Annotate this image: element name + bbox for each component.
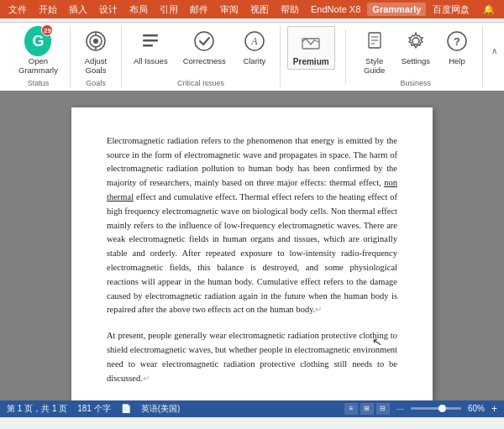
- help-label: Help: [449, 56, 465, 65]
- premium-button[interactable]: Premium: [287, 26, 335, 70]
- menu-layout[interactable]: 布局: [124, 2, 153, 18]
- menu-references[interactable]: 引用: [155, 2, 183, 18]
- status-bar: 第 1 页，共 1 页 181 个字 📄 英语(美国) ≡ ⊞ ⊟ — 60% …: [0, 400, 504, 417]
- ribbon-content: G 29 OpenGrammarly Status: [0, 22, 504, 91]
- settings-button[interactable]: Settings: [396, 26, 435, 67]
- svg-point-2: [93, 39, 98, 44]
- svg-point-8: [195, 32, 213, 50]
- word-count: 181 个字: [77, 403, 110, 415]
- ribbon-group-business: StyleGuide Settings: [349, 26, 483, 87]
- svg-text:?: ?: [454, 35, 460, 48]
- adjust-goals-button[interactable]: AdjustGoals: [77, 26, 114, 77]
- ribbon-group-premium: Premium: [281, 26, 342, 87]
- premium-label: Premium: [293, 57, 329, 67]
- paragraph-2: At present, people generally wear electr…: [107, 329, 397, 385]
- style-guide-icon: [361, 28, 388, 55]
- svg-rect-6: [143, 39, 158, 42]
- menu-review[interactable]: 审阅: [215, 2, 244, 18]
- help-button[interactable]: ? Help: [438, 26, 475, 67]
- help-icon: ?: [444, 28, 470, 55]
- all-issues-label: All Issues: [134, 56, 168, 65]
- grammarly-badge: 29: [41, 24, 53, 36]
- document-area: Electromagnetic radiation refers to the …: [0, 91, 504, 400]
- view-icons: ≡ ⊞ ⊟: [344, 403, 390, 415]
- menu-insert[interactable]: 插入: [64, 2, 92, 18]
- document-page: Electromagnetic radiation refers to the …: [71, 107, 433, 400]
- correctness-button[interactable]: Correctness: [178, 26, 231, 67]
- separator: —: [396, 405, 404, 413]
- status-bar-right: ≡ ⊞ ⊟ — 60% +: [344, 403, 497, 415]
- menu-bar: 文件 开始 插入 设计 布局 引用 邮件 审阅 视图 帮助 EndNote X8…: [0, 0, 504, 18]
- correctness-icon: [191, 28, 218, 55]
- critical-group-label: Critical Issues: [177, 79, 224, 87]
- clarity-label: Clarity: [243, 56, 265, 65]
- menu-endnote[interactable]: EndNote X8: [306, 3, 365, 16]
- ribbon-group-goals: AdjustGoals Goals: [71, 26, 122, 87]
- zoom-level: 60%: [468, 404, 485, 413]
- menu-help[interactable]: 帮助: [276, 2, 304, 18]
- menu-home[interactable]: 开始: [34, 2, 62, 18]
- doc-check-icon: 📄: [121, 404, 131, 413]
- open-grammarly-button[interactable]: G 29 OpenGrammarly: [13, 26, 63, 77]
- menu-file[interactable]: 文件: [3, 2, 32, 18]
- clarity-button[interactable]: A Clarity: [236, 26, 273, 67]
- menu-notification[interactable]: 🔔: [478, 3, 500, 17]
- style-guide-label: StyleGuide: [364, 56, 385, 76]
- target-icon: [82, 28, 109, 55]
- settings-label: Settings: [402, 56, 430, 65]
- settings-icon: [402, 28, 429, 55]
- svg-text:A: A: [250, 35, 258, 47]
- business-group-label: Business: [401, 79, 432, 87]
- print-view-button[interactable]: ≡: [344, 403, 358, 415]
- menu-view[interactable]: 视图: [245, 2, 274, 18]
- correctness-label: Correctness: [183, 56, 226, 65]
- page-info: 第 1 页，共 1 页: [7, 403, 67, 415]
- menu-grammarly[interactable]: Grammarly: [367, 3, 426, 16]
- svg-point-16: [412, 38, 419, 44]
- zoom-thumb: [438, 405, 446, 412]
- zoom-slider[interactable]: [411, 407, 461, 410]
- all-issues-button[interactable]: All Issues: [129, 26, 173, 67]
- paragraph-1: Electromagnetic radiation refers to the …: [107, 134, 397, 317]
- zoom-in-button[interactable]: +: [491, 403, 497, 415]
- goals-group-label: Goals: [86, 79, 106, 87]
- menu-baidu[interactable]: 百度网盘: [428, 2, 475, 18]
- underlined-text: non thermal: [107, 178, 397, 201]
- premium-icon: [297, 29, 324, 55]
- grammarly-icon: G 29: [24, 28, 51, 55]
- adjust-goals-label: AdjustGoals: [85, 56, 107, 76]
- status-group-label: Status: [28, 79, 50, 87]
- all-issues-icon: [137, 28, 164, 55]
- web-view-button[interactable]: ⊟: [376, 403, 390, 415]
- open-grammarly-label: OpenGrammarly: [18, 56, 58, 76]
- menu-mail[interactable]: 邮件: [185, 2, 213, 18]
- language: 英语(美国): [141, 403, 181, 415]
- clarity-icon: A: [241, 28, 268, 55]
- read-view-button[interactable]: ⊞: [360, 403, 374, 415]
- ribbon-group-status: G 29 OpenGrammarly Status: [7, 26, 71, 87]
- svg-rect-5: [143, 34, 158, 37]
- style-guide-button[interactable]: StyleGuide: [356, 26, 393, 77]
- svg-rect-7: [143, 44, 153, 47]
- ribbon-collapse-button[interactable]: ∧: [490, 44, 499, 57]
- ribbon: G 29 OpenGrammarly Status: [0, 18, 504, 91]
- menu-design[interactable]: 设计: [94, 2, 123, 18]
- ribbon-group-critical: All Issues Correctness: [122, 26, 281, 87]
